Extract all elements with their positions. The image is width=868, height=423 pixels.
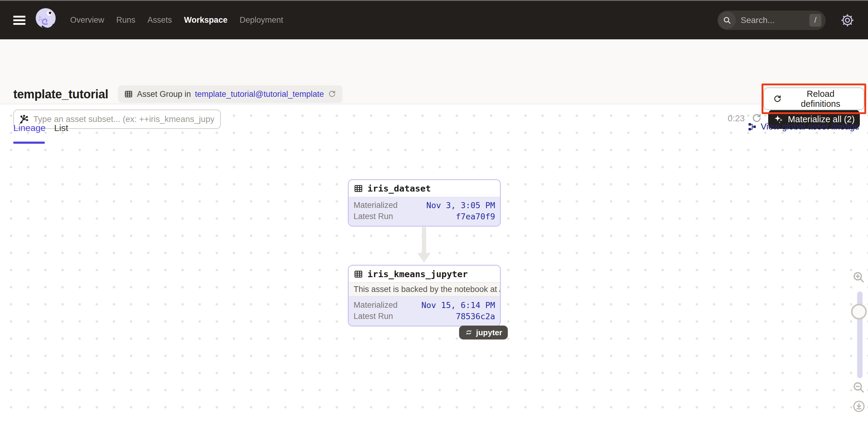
- search-shortcut-badge: /: [809, 14, 822, 27]
- asset-node-iris-dataset[interactable]: iris_dataset Materialized Nov 3, 3:05 PM…: [348, 179, 501, 226]
- refresh-countdown: 0:23: [728, 114, 745, 123]
- search-icon: [718, 11, 736, 29]
- nav-item-overview[interactable]: Overview: [70, 16, 104, 25]
- materialized-timestamp-link[interactable]: Nov 3, 3:05 PM: [426, 201, 495, 210]
- view-global-asset-lineage-link[interactable]: View global asset lineage: [747, 122, 860, 132]
- stat-row-latest-run: Latest Run 78536c2a: [349, 311, 500, 322]
- lineage-edge: [422, 227, 426, 253]
- reload-definitions-label: Reload definitions: [786, 89, 855, 109]
- dagster-workspace-page: Overview Runs Assets Workspace Deploymen…: [0, 0, 868, 423]
- menu-hamburger-icon[interactable]: [13, 16, 25, 25]
- table-grid-icon: [353, 269, 363, 279]
- asset-name: iris_kmeans_jupyter: [368, 269, 468, 279]
- nav-item-deployment[interactable]: Deployment: [240, 16, 283, 25]
- asset-node-iris-kmeans-jupyter[interactable]: iris_kmeans_jupyter This asset is backed…: [348, 265, 501, 327]
- lineage-graph-icon: [747, 122, 757, 132]
- title-row: template_tutorial Asset Group in templat…: [13, 85, 342, 103]
- compute-kind-tag-label: jupyter: [476, 328, 502, 337]
- table-grid-icon: [353, 184, 363, 193]
- search-input[interactable]: Search... /: [717, 10, 826, 30]
- nav-item-runs[interactable]: Runs: [117, 16, 135, 25]
- view-global-asset-lineage-label: View global asset lineage: [761, 122, 860, 132]
- top-nav-bar: Overview Runs Assets Workspace Deploymen…: [0, 1, 868, 39]
- stat-row-materialized: Materialized Nov 3, 3:05 PM: [349, 200, 500, 211]
- tab-list[interactable]: List: [54, 123, 68, 133]
- window-edge-strip: [0, 0, 868, 1]
- zoom-out-icon[interactable]: [852, 380, 866, 394]
- asset-node-header: iris_dataset: [349, 180, 500, 197]
- stat-label: Materialized: [353, 300, 398, 310]
- nav-links: Overview Runs Assets Workspace Deploymen…: [70, 16, 283, 25]
- latest-run-link[interactable]: 78536c2a: [456, 312, 495, 321]
- stat-label: Materialized: [353, 201, 398, 210]
- table-grid-icon: [124, 90, 133, 99]
- dagster-logo-icon[interactable]: [34, 7, 58, 34]
- compute-kind-tag-jupyter[interactable]: jupyter: [459, 326, 508, 339]
- materialized-timestamp-link[interactable]: Nov 15, 6:14 PM: [421, 300, 495, 310]
- stat-row-latest-run: Latest Run f7ea70f9: [349, 211, 500, 222]
- nav-item-workspace[interactable]: Workspace: [184, 16, 228, 25]
- download-image-icon[interactable]: [852, 400, 866, 413]
- asset-graph-canvas[interactable]: 0:23 Materialize all (2) iris_dataset: [0, 104, 868, 423]
- asset-node-header: iris_kmeans_jupyter: [349, 266, 500, 282]
- zoom-in-icon[interactable]: [852, 270, 866, 284]
- active-tab-underline: [13, 142, 45, 144]
- asset-description: This asset is backed by the notebook at …: [349, 282, 500, 297]
- latest-run-link[interactable]: f7ea70f9: [456, 212, 495, 221]
- asset-node-stats: Materialized Nov 15, 6:14 PM Latest Run …: [349, 297, 500, 326]
- reload-icon: [773, 94, 782, 103]
- page-header: template_tutorial Asset Group in templat…: [0, 39, 868, 104]
- asset-group-link[interactable]: template_tutorial@tutorial_template: [195, 90, 324, 99]
- nav-right-group: Search... /: [717, 10, 855, 30]
- zoom-slider-handle[interactable]: [851, 304, 867, 320]
- search-placeholder: Search...: [741, 16, 809, 25]
- page-title: template_tutorial: [13, 87, 108, 101]
- stat-label: Latest Run: [353, 212, 393, 221]
- jupyter-icon: [465, 328, 473, 337]
- stat-row-materialized: Materialized Nov 15, 6:14 PM: [349, 300, 500, 311]
- stat-label: Latest Run: [353, 312, 393, 321]
- lineage-edge-arrowhead: [417, 253, 431, 263]
- asset-group-label: Asset Group in: [137, 90, 191, 99]
- asset-name: iris_dataset: [368, 183, 431, 194]
- settings-gear-icon[interactable]: [840, 13, 855, 28]
- red-highlight-annotation: Reload definitions: [762, 84, 866, 114]
- asset-node-stats: Materialized Nov 3, 3:05 PM Latest Run f…: [349, 197, 500, 226]
- refresh-icon[interactable]: [328, 90, 336, 98]
- asset-group-badge: Asset Group in template_tutorial@tutoria…: [118, 85, 342, 103]
- nav-item-assets[interactable]: Assets: [148, 16, 172, 25]
- tab-lineage[interactable]: Lineage: [13, 123, 46, 133]
- reload-definitions-button[interactable]: Reload definitions: [763, 87, 864, 110]
